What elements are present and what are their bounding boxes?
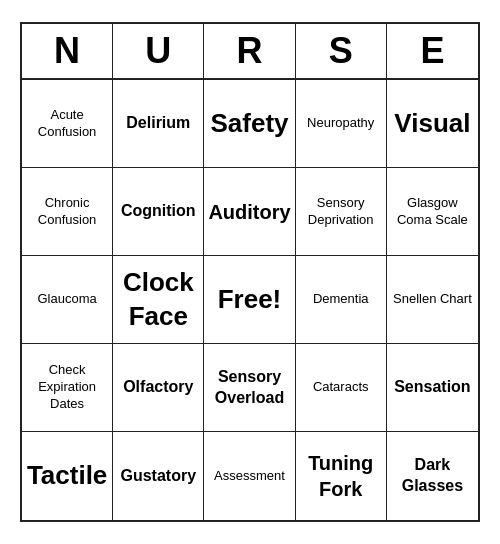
cell-label: Acute Confusion: [26, 107, 108, 141]
bingo-cell: Chronic Confusion: [22, 168, 113, 256]
bingo-cell: Tuning Fork: [296, 432, 387, 520]
cell-label: Auditory: [208, 199, 290, 225]
bingo-cell: Neuropathy: [296, 80, 387, 168]
cell-label: Visual: [394, 107, 470, 141]
bingo-cell: Dementia: [296, 256, 387, 344]
header-letter: E: [387, 24, 478, 78]
cell-label: Safety: [210, 107, 288, 141]
cell-label: Cognition: [121, 201, 196, 222]
cell-label: Chronic Confusion: [26, 195, 108, 229]
header-letter: N: [22, 24, 113, 78]
header-letter: U: [113, 24, 204, 78]
bingo-cell: Sensory Overload: [204, 344, 295, 432]
bingo-cell: Acute Confusion: [22, 80, 113, 168]
cell-label: Sensory Deprivation: [300, 195, 382, 229]
bingo-cell: Glasgow Coma Scale: [387, 168, 478, 256]
bingo-cell: Tactile: [22, 432, 113, 520]
bingo-header: NURSE: [22, 24, 478, 80]
bingo-cell: Assessment: [204, 432, 295, 520]
cell-label: Tuning Fork: [300, 450, 382, 502]
bingo-cell: Sensory Deprivation: [296, 168, 387, 256]
cell-label: Cataracts: [313, 379, 369, 396]
bingo-card: NURSE Acute ConfusionDeliriumSafetyNeuro…: [20, 22, 480, 522]
cell-label: Sensation: [394, 377, 470, 398]
bingo-grid: Acute ConfusionDeliriumSafetyNeuropathyV…: [22, 80, 478, 520]
bingo-cell: Snellen Chart: [387, 256, 478, 344]
bingo-cell: Glaucoma: [22, 256, 113, 344]
cell-label: Delirium: [126, 113, 190, 134]
bingo-cell: Visual: [387, 80, 478, 168]
cell-label: Sensory Overload: [208, 367, 290, 409]
cell-label: Neuropathy: [307, 115, 374, 132]
cell-label: Tactile: [27, 459, 107, 493]
cell-label: Glasgow Coma Scale: [391, 195, 474, 229]
cell-label: Free!: [218, 283, 282, 317]
cell-label: Check Expiration Dates: [26, 362, 108, 413]
cell-label: Gustatory: [121, 466, 197, 487]
bingo-cell: Cognition: [113, 168, 204, 256]
bingo-cell: Safety: [204, 80, 295, 168]
bingo-cell: Check Expiration Dates: [22, 344, 113, 432]
bingo-cell: Clock Face: [113, 256, 204, 344]
cell-label: Dark Glasses: [391, 455, 474, 497]
bingo-cell: Free!: [204, 256, 295, 344]
bingo-cell: Gustatory: [113, 432, 204, 520]
bingo-cell: Cataracts: [296, 344, 387, 432]
cell-label: Glaucoma: [37, 291, 96, 308]
cell-label: Dementia: [313, 291, 369, 308]
bingo-cell: Olfactory: [113, 344, 204, 432]
cell-label: Clock Face: [117, 266, 199, 334]
header-letter: S: [296, 24, 387, 78]
bingo-cell: Sensation: [387, 344, 478, 432]
bingo-cell: Delirium: [113, 80, 204, 168]
bingo-cell: Auditory: [204, 168, 295, 256]
bingo-cell: Dark Glasses: [387, 432, 478, 520]
header-letter: R: [204, 24, 295, 78]
cell-label: Snellen Chart: [393, 291, 472, 308]
cell-label: Olfactory: [123, 377, 193, 398]
cell-label: Assessment: [214, 468, 285, 485]
